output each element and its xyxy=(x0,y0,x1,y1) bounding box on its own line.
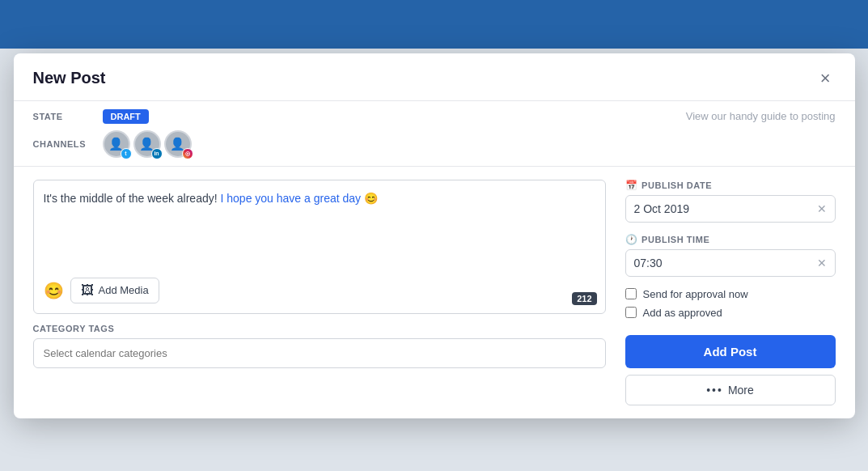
linkedin-badge: in xyxy=(151,148,163,159)
guide-link[interactable]: View our handy guide to posting xyxy=(686,110,836,122)
calendar-icon: 📅 xyxy=(625,180,638,191)
add-approved-row: Add as approved xyxy=(625,307,836,319)
publish-time-label: 🕐 PUBLISH TIME xyxy=(625,234,836,245)
instagram-badge: ◎ xyxy=(182,148,193,159)
post-text-highlight: I hope you have a great day 😊 xyxy=(218,192,378,205)
emoji-button[interactable]: 😊 xyxy=(44,281,64,300)
post-text: It's the middle of the week already! I h… xyxy=(44,190,595,271)
publish-time-group: 🕐 PUBLISH TIME 07:30 ✕ xyxy=(625,234,836,277)
modal-body: It's the middle of the week already! I h… xyxy=(14,167,855,418)
draft-badge: DRAFT xyxy=(103,109,149,124)
category-tags-label: CATEGORY TAGS xyxy=(33,324,606,333)
category-section: CATEGORY TAGS xyxy=(33,324,606,368)
channel-linkedin[interactable]: 👤 in xyxy=(133,130,161,158)
send-approval-label: Send for approval now xyxy=(643,288,748,300)
channel-twitter[interactable]: 👤 t xyxy=(103,130,130,158)
add-approved-label: Add as approved xyxy=(643,307,722,319)
add-post-button[interactable]: Add Post xyxy=(625,335,836,368)
media-icon: 🖼 xyxy=(81,283,94,298)
clock-icon: 🕐 xyxy=(625,234,638,245)
publish-date-value: 2 Oct 2019 xyxy=(634,202,690,215)
publish-date-label: 📅 PUBLISH DATE xyxy=(625,180,836,191)
left-panel: It's the middle of the week already! I h… xyxy=(33,180,625,405)
state-row: STATE DRAFT View our handy guide to post… xyxy=(33,109,836,124)
post-text-plain: It's the middle of the week already! xyxy=(44,192,218,205)
channels-label: CHANNELS xyxy=(33,139,90,149)
add-approved-checkbox[interactable] xyxy=(625,307,637,318)
state-label: STATE xyxy=(33,112,90,121)
publish-date-clear[interactable]: ✕ xyxy=(817,202,827,215)
more-button[interactable]: ••• More xyxy=(625,375,836,405)
channel-instagram[interactable]: 👤 ◎ xyxy=(164,130,192,158)
category-input[interactable] xyxy=(33,338,606,368)
publish-date-group: 📅 PUBLISH DATE 2 Oct 2019 ✕ xyxy=(625,180,836,223)
channels-list: 👤 t 👤 in 👤 xyxy=(103,130,192,158)
publish-date-input[interactable]: 2 Oct 2019 ✕ xyxy=(625,195,836,223)
new-post-modal: New Post × STATE DRAFT View our handy gu… xyxy=(14,53,855,418)
publish-time-input[interactable]: 07:30 ✕ xyxy=(625,249,836,277)
post-actions: 😊 🖼 Add Media xyxy=(44,271,595,303)
channels-row: CHANNELS 👤 t 👤 in xyxy=(33,130,836,158)
right-panel: 📅 PUBLISH DATE 2 Oct 2019 ✕ 🕐 PUBLISH TI… xyxy=(625,180,836,405)
more-label: More xyxy=(728,384,754,397)
modal-header: New Post × xyxy=(14,53,855,101)
close-button[interactable]: × xyxy=(815,68,836,89)
modal-title: New Post xyxy=(33,69,106,87)
more-dots: ••• xyxy=(706,384,723,397)
post-textarea-wrapper[interactable]: It's the middle of the week already! I h… xyxy=(33,180,606,314)
char-count: 212 xyxy=(572,292,596,305)
send-approval-checkbox[interactable] xyxy=(625,288,637,299)
publish-time-value: 07:30 xyxy=(634,257,663,269)
send-approval-row: Send for approval now xyxy=(625,288,836,300)
add-media-label: Add Media xyxy=(99,284,149,296)
add-media-button[interactable]: 🖼 Add Media xyxy=(70,278,159,303)
publish-time-clear[interactable]: ✕ xyxy=(817,257,827,269)
twitter-badge: t xyxy=(121,148,132,159)
